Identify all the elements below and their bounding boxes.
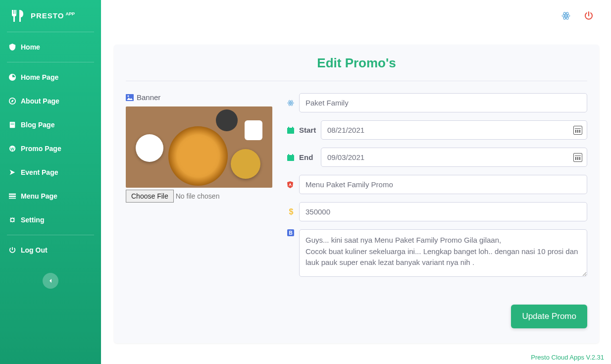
svg-rect-6 xyxy=(9,194,16,195)
version-text: Presto Cloud Apps V.2.31 xyxy=(531,354,604,361)
svg-rect-21 xyxy=(292,127,293,129)
dashboard-icon xyxy=(9,74,16,81)
sidebar: PRESTOAPP Home Home Page About Page Blog… xyxy=(0,0,101,364)
svg-rect-7 xyxy=(9,196,16,197)
sidebar-item-label: Log Out xyxy=(21,246,48,254)
svg-point-14 xyxy=(128,95,129,97)
start-label: Start xyxy=(299,126,317,134)
brand-title: PRESTO xyxy=(31,11,64,20)
file-status-text: No file chosen xyxy=(176,192,220,200)
calendar-icon xyxy=(287,154,295,161)
brand[interactable]: PRESTOAPP xyxy=(0,6,101,29)
page-title: Edit Promo's xyxy=(126,55,587,71)
angular-icon xyxy=(287,181,295,188)
main-card: Edit Promo's Banner Choose File No file … xyxy=(114,45,599,343)
bootstrap-icon: B xyxy=(287,229,295,236)
start-date-input[interactable] xyxy=(321,120,587,140)
price-input[interactable] xyxy=(299,202,587,221)
event-icon xyxy=(9,169,16,176)
sidebar-item-home[interactable]: Home xyxy=(0,35,101,59)
sidebar-item-label: Home xyxy=(21,43,40,51)
promo-name-input[interactable] xyxy=(299,93,587,112)
sidebar-item-label: Home Page xyxy=(21,73,58,81)
sidebar-item-promo-page[interactable]: W Promo Page xyxy=(0,137,101,160)
brand-logo-icon xyxy=(10,9,26,23)
sidebar-item-about-page[interactable]: About Page xyxy=(0,89,101,113)
end-label: End xyxy=(299,153,317,161)
svg-text:W: W xyxy=(10,147,15,152)
sidebar-item-home-page[interactable]: Home Page xyxy=(0,65,101,89)
end-date-input[interactable] xyxy=(321,148,587,167)
svg-rect-8 xyxy=(9,198,16,199)
sidebar-item-label: Event Page xyxy=(21,168,58,176)
atom-icon xyxy=(287,100,295,106)
power-icon xyxy=(9,247,16,254)
banner-label: Banner xyxy=(126,93,274,102)
menu-icon xyxy=(9,193,16,200)
svg-rect-2 xyxy=(11,123,14,124)
sidebar-item-event-page[interactable]: Event Page xyxy=(0,160,101,184)
sidebar-item-logout[interactable]: Log Out xyxy=(0,238,101,262)
topbar xyxy=(101,0,611,32)
power-icon[interactable] xyxy=(584,11,593,20)
shield-icon xyxy=(9,44,16,51)
sidebar-item-menu-page[interactable]: Menu Page xyxy=(0,184,101,208)
sidebar-item-label: Menu Page xyxy=(21,192,57,200)
sidebar-item-label: Blog Page xyxy=(21,121,54,129)
dollar-icon: $ xyxy=(287,208,295,216)
compass-icon xyxy=(9,98,16,104)
svg-text:B: B xyxy=(289,230,292,236)
choose-file-button[interactable]: Choose File xyxy=(126,190,174,203)
calendar-icon xyxy=(287,127,295,134)
sidebar-item-setting[interactable]: Setting xyxy=(0,208,101,232)
banner-preview-image xyxy=(126,106,272,188)
svg-rect-3 xyxy=(11,124,14,125)
sidebar-item-blog-page[interactable]: Blog Page xyxy=(0,113,101,137)
image-icon xyxy=(126,94,134,101)
sidebar-item-label: Promo Page xyxy=(21,145,61,153)
sidebar-item-label: About Page xyxy=(21,97,59,105)
svg-rect-24 xyxy=(292,154,293,156)
document-icon xyxy=(9,121,16,128)
svg-point-18 xyxy=(290,102,291,103)
atom-icon[interactable] xyxy=(561,11,570,20)
banner-label-text: Banner xyxy=(137,93,160,102)
chevron-left-icon xyxy=(48,278,53,283)
sidebar-collapse-button[interactable] xyxy=(43,273,58,289)
gear-icon xyxy=(9,216,16,223)
brand-sup: APP xyxy=(65,11,75,16)
description-textarea[interactable] xyxy=(299,229,587,277)
update-promo-button[interactable]: Update Promo xyxy=(511,305,587,328)
svg-point-12 xyxy=(565,15,567,17)
badge-icon: W xyxy=(9,145,16,152)
promo-subtitle-input[interactable] xyxy=(299,175,587,194)
svg-rect-23 xyxy=(288,154,289,156)
sidebar-item-label: Setting xyxy=(21,216,44,224)
svg-rect-20 xyxy=(288,127,289,129)
